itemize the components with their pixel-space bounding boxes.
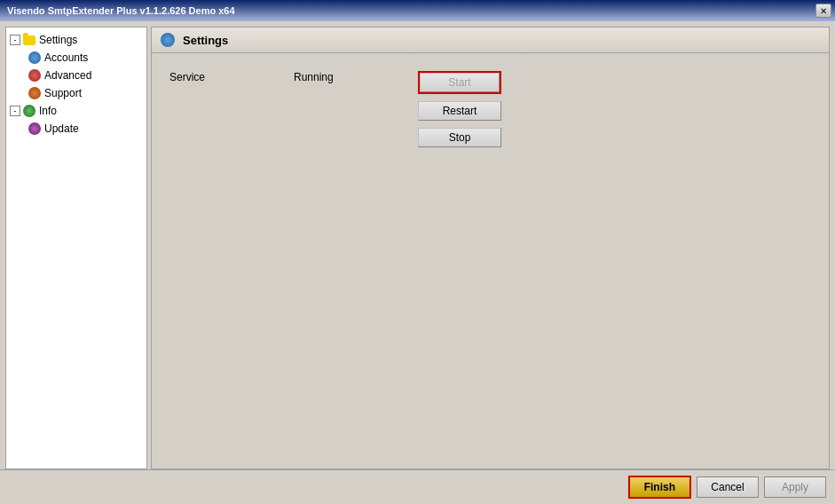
- tree-item-update[interactable]: Update: [10, 120, 143, 138]
- service-row: Service Running Start Restart Stop: [169, 71, 811, 147]
- apply-button[interactable]: Apply: [764, 476, 826, 498]
- right-panel: Settings Service Running Start Restart S…: [151, 27, 830, 469]
- tree-item-advanced[interactable]: Advanced: [10, 67, 143, 84]
- settings-folder-icon: [22, 33, 36, 47]
- right-panel-content: Service Running Start Restart Stop: [152, 53, 829, 469]
- right-panel-title: Settings: [183, 34, 228, 47]
- restart-button[interactable]: Restart: [418, 101, 501, 121]
- tree-item-accounts[interactable]: Accounts: [10, 49, 143, 67]
- stop-button[interactable]: Stop: [418, 128, 501, 147]
- title-bar: Visendo SmtpExtender Plus v1.1.2.626 Dem…: [0, 0, 835, 21]
- tree-label-info: Info: [39, 105, 57, 117]
- info-folder-icon: [22, 104, 36, 118]
- tree-item-support[interactable]: Support: [10, 84, 143, 102]
- tree-label-settings: Settings: [39, 34, 77, 46]
- cancel-button[interactable]: Cancel: [697, 476, 759, 498]
- bottom-bar: Finish Cancel Apply: [0, 469, 835, 504]
- service-status: Running: [294, 71, 365, 83]
- right-panel-header: Settings: [152, 28, 829, 53]
- start-button[interactable]: Start: [420, 73, 500, 92]
- accounts-icon: [28, 51, 42, 65]
- tree-label-update: Update: [44, 122, 79, 135]
- tree-label-support: Support: [44, 87, 82, 99]
- support-icon: [28, 86, 42, 100]
- title-bar-text: Visendo SmtpExtender Plus v1.1.2.626 Dem…: [7, 5, 235, 16]
- tree-item-info[interactable]: - Info: [10, 102, 143, 120]
- tree-label-advanced: Advanced: [44, 69, 91, 82]
- content-area: - Settings Accounts Advanced: [0, 21, 835, 469]
- finish-button[interactable]: Finish: [628, 476, 691, 499]
- advanced-icon: [28, 68, 42, 83]
- start-button-container: Start: [418, 71, 501, 94]
- tree-label-accounts: Accounts: [44, 51, 88, 64]
- main-window: - Settings Accounts Advanced: [0, 21, 835, 504]
- close-button[interactable]: ✕: [815, 4, 831, 18]
- tree-item-settings[interactable]: - Settings: [10, 31, 143, 49]
- service-label: Service: [169, 71, 240, 83]
- expand-info-icon[interactable]: -: [10, 106, 20, 116]
- expand-settings-icon[interactable]: -: [10, 35, 20, 45]
- settings-header-icon: [161, 33, 175, 47]
- left-panel: - Settings Accounts Advanced: [5, 27, 147, 469]
- buttons-column: Start Restart Stop: [418, 71, 501, 147]
- update-icon: [28, 122, 42, 136]
